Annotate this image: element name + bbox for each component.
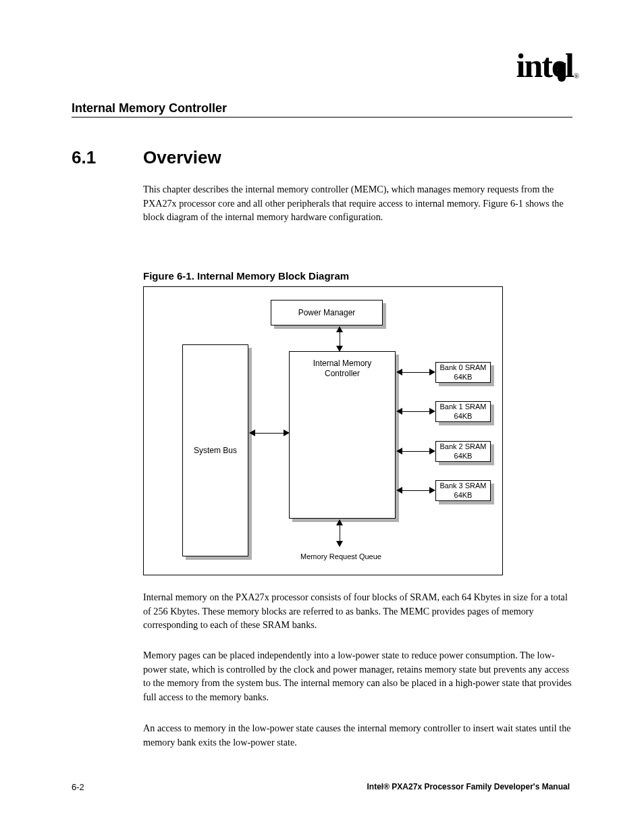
box-label: Bank 3 SRAM 64KB bbox=[436, 481, 490, 499]
block-diagram: Power Manager System Bus Internal Memory… bbox=[143, 286, 503, 575]
paragraph-4: An access to memory in the low-power sta… bbox=[143, 721, 572, 749]
page: intel ® Internal Memory Controller 6.1 O… bbox=[0, 0, 644, 834]
box-label: Bank 2 SRAM 64KB bbox=[436, 442, 490, 460]
arrowhead-left-icon bbox=[396, 369, 402, 375]
figure-caption: Figure 6-1. Internal Memory Block Diagra… bbox=[143, 270, 349, 282]
arrowhead-left-icon bbox=[396, 448, 402, 454]
arrowhead-right-icon bbox=[429, 448, 435, 454]
arrow-line bbox=[400, 490, 431, 491]
section-number: 6.1 bbox=[72, 147, 96, 168]
paragraph-1: This chapter describes the internal memo… bbox=[143, 182, 572, 224]
arrow-line bbox=[400, 451, 431, 452]
box-label: Internal Memory Controller bbox=[295, 359, 390, 379]
arrowhead-left-icon bbox=[396, 487, 402, 494]
arrowhead-right-icon bbox=[429, 408, 435, 415]
page-number: 6-2 bbox=[72, 782, 84, 792]
box-bank-3: Bank 3 SRAM 64KB bbox=[435, 480, 491, 501]
arrow-line bbox=[400, 411, 431, 412]
box-internal-memory-controller: Internal Memory Controller bbox=[289, 351, 396, 519]
section-title: Overview bbox=[143, 147, 221, 168]
logo-text-int: int bbox=[516, 47, 552, 84]
arrow-line bbox=[253, 433, 286, 434]
box-label: Bank 1 SRAM 64KB bbox=[436, 402, 490, 420]
box-label: Power Manager bbox=[298, 308, 356, 317]
registered-mark: ® bbox=[574, 72, 579, 80]
logo-text-e: e bbox=[552, 49, 565, 82]
arrow-line bbox=[400, 372, 431, 373]
box-power-manager: Power Manager bbox=[271, 300, 383, 325]
box-bank-2: Bank 2 SRAM 64KB bbox=[435, 441, 491, 462]
arrowhead-right-icon bbox=[429, 369, 435, 375]
arrowhead-left-icon bbox=[249, 429, 255, 436]
arrowhead-up-icon bbox=[336, 326, 343, 332]
running-head: Internal Memory Controller bbox=[72, 101, 227, 115]
arrowhead-down-icon bbox=[336, 346, 343, 352]
arrowhead-right-icon bbox=[284, 429, 290, 436]
logo-drop-icon bbox=[558, 63, 566, 82]
paragraph-2: Internal memory on the PXA27x processor … bbox=[143, 590, 572, 632]
box-label: Bank 0 SRAM 64KB bbox=[436, 363, 490, 381]
box-label: Memory Request Queue bbox=[300, 552, 381, 561]
label-memory-request-queue: Memory Request Queue bbox=[294, 546, 388, 568]
arrowhead-right-icon bbox=[429, 487, 435, 494]
footer-title: Intel® PXA27x Processor Family Developer… bbox=[367, 782, 570, 791]
paragraph-3: Memory pages can be placed independently… bbox=[143, 648, 572, 704]
arrowhead-up-icon bbox=[336, 519, 343, 525]
box-system-bus: System Bus bbox=[182, 344, 248, 556]
arrowhead-left-icon bbox=[396, 408, 402, 415]
header-rule bbox=[72, 117, 572, 118]
intel-logo: intel bbox=[516, 49, 573, 82]
box-bank-0: Bank 0 SRAM 64KB bbox=[435, 362, 491, 383]
box-bank-1: Bank 1 SRAM 64KB bbox=[435, 401, 491, 422]
box-label: System Bus bbox=[194, 446, 237, 455]
logo-text-l: l bbox=[565, 47, 573, 84]
